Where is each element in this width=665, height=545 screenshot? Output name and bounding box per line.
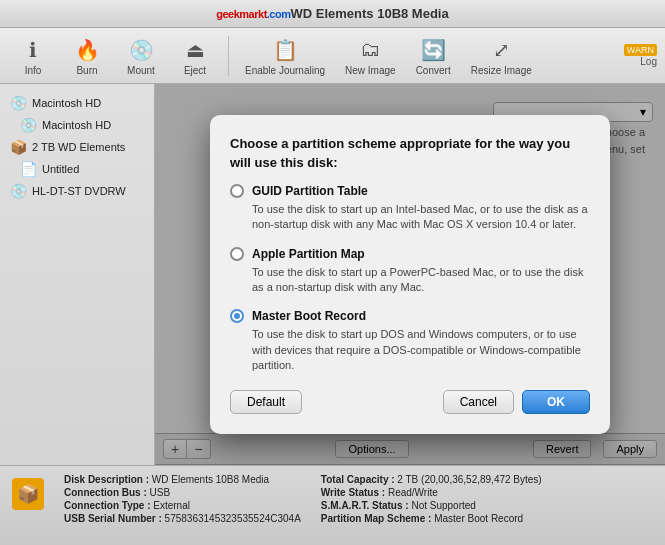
connection-type-label: Connection Type : [64,500,150,511]
modal-right-buttons: Cancel OK [443,390,590,414]
toolbar: ℹ Info 🔥 Burn 💿 Mount ⏏ Eject 📋 Enable J… [0,28,665,84]
smart-status-label: S.M.A.R.T. Status : [321,500,409,511]
total-capacity-row: Total Capacity : 2 TB (20,00,36,52,89,47… [321,474,542,485]
radio-guid[interactable] [230,184,244,198]
radio-apple-label: Apple Partition Map [252,247,365,261]
sidebar-item-macintosh-hd-2[interactable]: 💿 Macintosh HD [0,114,154,136]
sidebar-item-label: 2 TB WD Elements [32,141,125,153]
toolbar-resize-label: Resize Image [471,65,532,76]
default-button[interactable]: Default [230,390,302,414]
write-status-label: Write Status : [321,487,385,498]
toolbar-eject[interactable]: ⏏ Eject [170,32,220,80]
sidebar: 💿 Macintosh HD 💿 Macintosh HD 📦 2 TB WD … [0,84,155,465]
toolbar-info-label: Info [25,65,42,76]
toolbar-version-info: WARN Log [624,44,657,67]
toolbar-convert[interactable]: 🔄 Convert [408,32,459,80]
sidebar-item-untitled[interactable]: 📄 Untitled [0,158,154,180]
partition-scheme-value: Master Boot Record [434,513,523,524]
mount-icon: 💿 [127,36,155,64]
usb-serial-label: USB Serial Number : [64,513,162,524]
cancel-button[interactable]: Cancel [443,390,514,414]
external-disk-icon: 📦 [10,139,26,155]
toolbar-burn-label: Burn [76,65,97,76]
toolbar-journaling-label: Enable Journaling [245,65,325,76]
connection-bus-label: Connection Bus : [64,487,147,498]
radio-mbr-label: Master Boot Record [252,309,366,323]
toolbar-new-image-label: New Image [345,65,396,76]
connection-bus-row: Connection Bus : USB [64,487,301,498]
connection-type-row: Connection Type : External [64,500,301,511]
radio-mbr-desc: To use the disk to start up DOS and Wind… [230,327,590,373]
modal-title: Choose a partition scheme appropriate fo… [230,135,590,171]
info-icon: ℹ [19,36,47,64]
disk-description-value: WD Elements 10B8 Media [152,474,269,485]
connection-bus-value: USB [150,487,171,498]
info-right-column: Total Capacity : 2 TB (20,00,36,52,89,47… [321,474,542,524]
info-left-column: Disk Description : WD Elements 10B8 Medi… [64,474,301,524]
toolbar-burn[interactable]: 🔥 Burn [62,32,112,80]
sidebar-item-wd-elements[interactable]: 📦 2 TB WD Elements [0,136,154,158]
bottom-info-bar: 📦 Disk Description : WD Elements 10B8 Me… [0,465,665,545]
radio-guid-label: GUID Partition Table [252,184,368,198]
partition-icon: 📄 [20,161,36,177]
partition-scheme-label: Partition Map Scheme : [321,513,432,524]
radio-option-guid: GUID Partition Table To use the disk to … [230,184,590,233]
sidebar-item-label: HL-DT-ST DVDRW [32,185,126,197]
sidebar-item-label: Macintosh HD [32,97,101,109]
warn-badge: WARN [624,44,657,56]
radio-option-apple: Apple Partition Map To use the disk to s… [230,247,590,296]
toolbar-new-image[interactable]: 🗂 New Image [337,32,404,80]
toolbar-info[interactable]: ℹ Info [8,32,58,80]
convert-icon: 🔄 [419,36,447,64]
sidebar-item-macintosh-hd-1[interactable]: 💿 Macintosh HD [0,92,154,114]
toolbar-convert-label: Convert [416,65,451,76]
toolbar-resize-image[interactable]: ⤢ Resize Image [463,32,540,80]
window-title: WD Elements 10B8 Media [291,6,449,21]
write-status-value: Read/Write [388,487,438,498]
toolbar-divider-1 [228,36,229,76]
modal-buttons: Default Cancel OK [230,390,590,414]
eject-icon: ⏏ [181,36,209,64]
radio-mbr[interactable] [230,309,244,323]
disk-icon: 💿 [10,95,26,111]
sidebar-item-label: Macintosh HD [42,119,111,131]
total-capacity-label: Total Capacity : [321,474,395,485]
partition-icon: 💿 [20,117,36,133]
content-area: ...ed disk, choose a ...pop-up menu, set… [155,84,665,465]
total-capacity-value: 2 TB (20,00,36,52,89,472 Bytes) [397,474,541,485]
disk-description-row: Disk Description : WD Elements 10B8 Medi… [64,474,301,485]
smart-status-value: Not Supported [411,500,476,511]
smart-status-row: S.M.A.R.T. Status : Not Supported [321,500,542,511]
watermark: geekmarkt.com [216,8,290,20]
toolbar-enable-journaling[interactable]: 📋 Enable Journaling [237,32,333,80]
radio-apple[interactable] [230,247,244,261]
main-area: 💿 Macintosh HD 💿 Macintosh HD 📦 2 TB WD … [0,84,665,465]
disk-description-label: Disk Description : [64,474,149,485]
usb-serial-row: USB Serial Number : 5758363145323535524C… [64,513,301,524]
toolbar-mount[interactable]: 💿 Mount [116,32,166,80]
disk-type-icon: 📦 [12,478,44,510]
toolbar-eject-label: Eject [184,65,206,76]
log-label: Log [640,56,657,67]
radio-guid-desc: To use the disk to start up an Intel-bas… [230,202,590,233]
new-image-icon: 🗂 [356,36,384,64]
dvd-icon: 💿 [10,183,26,199]
burn-icon: 🔥 [73,36,101,64]
sidebar-item-dvdrw[interactable]: 💿 HL-DT-ST DVDRW [0,180,154,202]
radio-option-mbr: Master Boot Record To use the disk to st… [230,309,590,373]
connection-type-value: External [153,500,190,511]
usb-serial-value: 5758363145323535524C304A [165,513,301,524]
title-bar: geekmarkt.com WD Elements 10B8 Media [0,0,665,28]
partition-scheme-row: Partition Map Scheme : Master Boot Recor… [321,513,542,524]
ok-button[interactable]: OK [522,390,590,414]
sidebar-item-label: Untitled [42,163,79,175]
partition-scheme-dialog: Choose a partition scheme appropriate fo… [210,115,610,433]
modal-overlay: Choose a partition scheme appropriate fo… [155,84,665,465]
write-status-row: Write Status : Read/Write [321,487,542,498]
resize-image-icon: ⤢ [487,36,515,64]
radio-apple-desc: To use the disk to start up a PowerPC-ba… [230,265,590,296]
toolbar-mount-label: Mount [127,65,155,76]
enable-journaling-icon: 📋 [271,36,299,64]
